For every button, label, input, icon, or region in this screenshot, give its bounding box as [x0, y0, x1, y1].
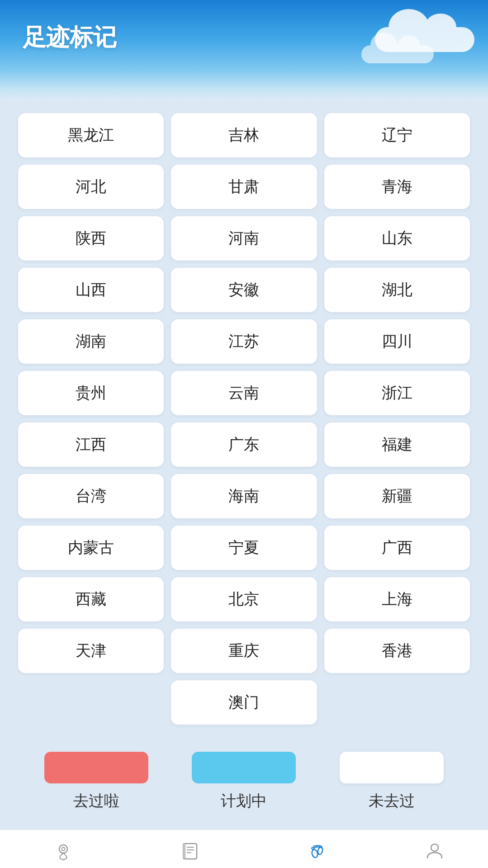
legend-section: 去过啦 计划中 未去过 — [18, 752, 470, 811]
main-content: 黑龙江 吉林 辽宁 河北 甘肃 青海 陕西 河南 山东 山西 安徽 湖北 湖南 … — [0, 100, 488, 830]
nav-item-mine[interactable]: 我的 — [414, 839, 455, 868]
nav-item-travel-guide[interactable]: 旅游宝典 — [33, 839, 94, 868]
province-heilongjiang[interactable]: 黑龙江 — [18, 113, 164, 157]
legend-unvisited-label: 未去过 — [369, 791, 415, 811]
province-hubei[interactable]: 湖北 — [324, 268, 470, 312]
nav-item-travel-diary[interactable]: 旅游日志 — [160, 839, 221, 868]
province-guangdong[interactable]: 广东 — [171, 422, 317, 467]
legend-unvisited-color — [340, 752, 444, 783]
province-tianjin[interactable]: 天津 — [18, 629, 164, 673]
legend-visited-color — [44, 752, 148, 783]
cloud-decoration-2 — [361, 45, 434, 63]
province-yunnan[interactable]: 云南 — [171, 371, 317, 415]
province-neimenggu[interactable]: 内蒙古 — [18, 526, 164, 570]
nav-item-footprint[interactable]: 足迹标记 — [287, 839, 348, 868]
province-jiangxi[interactable]: 江西 — [18, 422, 164, 467]
book-icon — [179, 839, 202, 863]
page-title: 足迹标记 — [23, 22, 117, 53]
province-guangxi[interactable]: 广西 — [324, 526, 470, 570]
nav-label-travel-guide: 旅游宝典 — [42, 866, 85, 868]
legend-visited-label: 去过啦 — [73, 791, 119, 811]
province-zhejiang[interactable]: 浙江 — [324, 371, 470, 415]
nav-items: 旅游宝典 旅游日志 — [0, 839, 488, 868]
province-jilin[interactable]: 吉林 — [171, 113, 317, 157]
legend-planned: 计划中 — [192, 752, 296, 811]
person-icon — [423, 839, 446, 863]
province-liaoning[interactable]: 辽宁 — [324, 113, 470, 157]
svg-rect-2 — [184, 844, 197, 859]
legend-planned-color — [192, 752, 296, 783]
province-ningxia[interactable]: 宁夏 — [171, 526, 317, 570]
svg-point-0 — [59, 845, 67, 853]
province-henan[interactable]: 河南 — [171, 216, 317, 261]
svg-rect-6 — [183, 844, 185, 859]
legend-visited: 去过啦 — [44, 752, 148, 811]
province-hebei[interactable]: 河北 — [18, 165, 164, 209]
footprint-icon — [306, 839, 329, 863]
province-fujian[interactable]: 福建 — [324, 422, 470, 467]
province-beijing[interactable]: 北京 — [171, 577, 317, 621]
location-icon — [52, 839, 75, 863]
legend-unvisited: 未去过 — [340, 752, 444, 811]
province-xinjiang[interactable]: 新疆 — [324, 474, 470, 518]
nav-label-mine: 我的 — [424, 866, 445, 868]
province-qinghai[interactable]: 青海 — [324, 165, 470, 209]
province-aomen[interactable]: 澳门 — [171, 680, 317, 725]
province-hunan[interactable]: 湖南 — [18, 319, 164, 364]
province-xizang[interactable]: 西藏 — [18, 577, 164, 621]
province-shanghai[interactable]: 上海 — [324, 577, 470, 621]
province-guizhou[interactable]: 贵州 — [18, 371, 164, 415]
province-hainan[interactable]: 海南 — [171, 474, 317, 518]
legend-planned-label: 计划中 — [221, 791, 267, 811]
province-anhui[interactable]: 安徽 — [171, 268, 317, 312]
nav-label-footprint: 足迹标记 — [296, 866, 339, 868]
province-sichuan[interactable]: 四川 — [324, 319, 470, 364]
province-gansu[interactable]: 甘肃 — [171, 165, 317, 209]
svg-point-7 — [311, 849, 318, 858]
province-jiangsu[interactable]: 江苏 — [171, 319, 317, 364]
province-grid: 黑龙江 吉林 辽宁 河北 甘肃 青海 陕西 河南 山东 山西 安徽 湖北 湖南 … — [18, 113, 470, 725]
province-hongkong[interactable]: 香港 — [324, 629, 470, 673]
province-shaanxi[interactable]: 陕西 — [18, 216, 164, 261]
nav-label-travel-diary: 旅游日志 — [169, 866, 212, 868]
bottom-nav: 旅游宝典 旅游日志 — [0, 830, 488, 868]
province-chongqing[interactable]: 重庆 — [171, 629, 317, 673]
province-taiwan[interactable]: 台湾 — [18, 474, 164, 518]
province-shandong[interactable]: 山东 — [324, 216, 470, 261]
svg-point-1 — [62, 848, 65, 851]
header-background: 足迹标记 — [0, 0, 488, 100]
svg-point-14 — [431, 844, 438, 851]
province-shanxi[interactable]: 山西 — [18, 268, 164, 312]
